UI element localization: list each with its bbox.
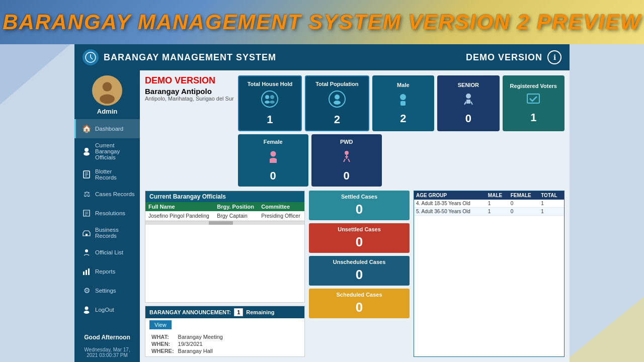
sidebar-item-blotter-records[interactable]: Blotter Records — [74, 164, 140, 185]
table-header-row: Full Name Brgy. Position Committee — [145, 202, 304, 211]
sidebar-item-official-list[interactable]: Official List — [74, 243, 140, 262]
col-committee: Committee — [258, 202, 304, 211]
right-col: AGE GROUP MALE FEMALE TOTAL 4. Adult 18-… — [414, 191, 565, 357]
sidebar-item-label: Settings — [95, 288, 116, 294]
stat-pwd: PWD 0 — [311, 134, 382, 186]
left-col: Current Barangay Officials Full Name Brg… — [145, 191, 305, 357]
stat-senior-value: 0 — [465, 112, 471, 125]
official-committee: Presiding Officer — [258, 211, 304, 221]
sidebar-nav: 🏠 Dashboard Current Barangay Officials — [74, 119, 140, 319]
officials-section: Current Barangay Officials Full Name Brg… — [145, 191, 305, 303]
senior-icon — [461, 92, 476, 110]
col-age-group: AGE GROUP — [414, 191, 486, 200]
svg-point-16 — [84, 311, 90, 314]
app-window: BARANGAY MANAGEMENT SYSTEM DEMO VERSION … — [74, 44, 570, 362]
age-group-header-row: AGE GROUP MALE FEMALE TOTAL — [414, 191, 564, 200]
what-value: Barangay Meeting — [176, 333, 225, 340]
svg-rect-26 — [400, 101, 406, 106]
age-group-name: 5. Adult 36-50 Years Old — [414, 207, 486, 215]
sidebar-item-resolutions[interactable]: Resolutions — [74, 204, 140, 223]
unscheduled-value: 0 — [356, 267, 363, 283]
stat-household-label: Total House Hold — [248, 80, 293, 87]
officials-table: Full Name Brgy. Position Committee Josef… — [145, 202, 304, 221]
settled-label: Settled Cases — [341, 194, 377, 200]
officials-scrollbar[interactable] — [145, 221, 304, 225]
sidebar-item-settings[interactable]: ⚙ Settings — [74, 281, 140, 300]
stat-male: Male 2 — [372, 75, 434, 131]
announcement-when-row: WHEN: 19/3/2021 — [149, 340, 225, 347]
age-group-total: 1 — [539, 200, 564, 208]
stats-section: Total House Hold 1 — [238, 75, 565, 187]
svg-point-15 — [85, 307, 89, 310]
svg-rect-29 — [527, 94, 539, 103]
sidebar-item-dashboard[interactable]: 🏠 Dashboard — [74, 119, 140, 138]
official-name: Josefino Pingol Pandeling — [145, 211, 214, 221]
barangay-address: Antipolo, Marihatag, Surigao del Sur — [145, 96, 234, 102]
scheduled-value: 0 — [356, 300, 363, 315]
age-group-name: 4. Adult 18-35 Years Old — [414, 200, 486, 208]
sidebar-item-reports[interactable]: Reports — [74, 262, 140, 281]
sidebar-item-business-records[interactable]: Business Records — [74, 223, 140, 243]
age-group-row: 5. Adult 36-50 Years Old 1 0 1 — [414, 207, 564, 215]
stat-male-label: Male — [397, 81, 409, 88]
what-label: WHAT: — [149, 333, 176, 340]
reports-icon — [81, 266, 92, 277]
stat-female: Female 0 — [238, 134, 308, 186]
sidebar-item-cases-records[interactable]: ⚖ Cases Records — [74, 185, 140, 204]
app-body: Admin 🏠 Dashboard Current Barangay Offic… — [74, 70, 570, 362]
sidebar-item-label: Resolutions — [95, 210, 125, 216]
sidebar-item-label: LogOut — [95, 307, 114, 313]
banner: BARANGAY MANAGEMENT SYSTEM VERSION 2 PRE… — [0, 0, 644, 44]
sidebar-item-label: Official List — [95, 249, 123, 255]
app-demo-label: DEMO VERSION — [466, 52, 542, 63]
info-button[interactable]: ℹ — [547, 50, 561, 64]
pwd-icon — [339, 149, 354, 167]
sidebar-item-logout[interactable]: LogOut — [74, 300, 140, 319]
app-title: BARANGAY MANAGEMENT SYSTEM — [104, 52, 461, 63]
svg-point-3 — [100, 94, 115, 104]
banner-title: BARANGAY MANAGEMENT SYSTEM VERSION 2 PRE… — [3, 10, 641, 34]
announcement-remaining: Remaining — [246, 309, 274, 315]
svg-point-25 — [400, 94, 406, 100]
col-fullname: Full Name — [145, 202, 214, 211]
stat-household-value: 1 — [267, 113, 273, 126]
view-announcement-button[interactable]: View — [149, 320, 172, 329]
official-icon — [81, 247, 92, 258]
svg-point-31 — [345, 151, 349, 155]
svg-point-2 — [103, 82, 112, 92]
stat-voters: Registered Voters 1 — [503, 75, 565, 131]
stat-male-value: 2 — [400, 112, 406, 125]
settled-value: 0 — [356, 202, 363, 217]
col-age-male: MALE — [486, 191, 509, 200]
case-unsettled-card: Unsettled Cases 0 — [309, 223, 410, 253]
table-row: Josefino Pingol Pandeling Brgy Captain P… — [145, 211, 304, 221]
middle-col: Settled Cases 0 Unsettled Cases 0 Unsche… — [309, 191, 410, 357]
population-icon — [329, 90, 346, 111]
case-settled-card: Settled Cases 0 — [309, 191, 410, 220]
barangay-name: Barangay Antipolo — [145, 87, 234, 96]
sidebar-item-resident-records[interactable]: Current Barangay Officials — [74, 138, 140, 164]
top-section: DEMO VERSION Barangay Antipolo Antipolo,… — [145, 75, 565, 187]
sidebar-item-label: Dashboard — [95, 126, 123, 132]
col-age-total: TOTAL — [539, 191, 564, 200]
col-age-female: FEMALE — [509, 191, 539, 200]
sidebar-item-label: Reports — [95, 268, 115, 275]
stat-pwd-label: PWD — [340, 138, 353, 145]
age-group-male: 1 — [486, 200, 509, 208]
sidebar-item-label: Business Records — [95, 227, 135, 239]
announcement-what-row: WHAT: Barangay Meeting — [149, 333, 225, 340]
unscheduled-label: Unscheduled Cases — [333, 259, 386, 265]
official-position: Brgy Captain — [214, 211, 258, 221]
app-header: BARANGAY MANAGEMENT SYSTEM DEMO VERSION … — [74, 44, 570, 70]
announcement-label: BARANGAY ANNOUNCEMENT: — [149, 309, 231, 315]
voters-icon — [526, 93, 541, 109]
stat-female-value: 0 — [270, 169, 276, 183]
where-value: Barangay Hall — [176, 347, 225, 354]
svg-rect-28 — [466, 100, 470, 104]
case-unscheduled-card: Unscheduled Cases 0 — [309, 256, 410, 286]
settings-icon: ⚙ — [81, 285, 92, 296]
resident-icon — [81, 146, 92, 157]
announcement-where-row: WHERE: Barangay Hall — [149, 347, 225, 354]
demo-version-label: DEMO VERSION — [145, 75, 234, 86]
age-group-row: 4. Adult 18-35 Years Old 1 0 1 — [414, 200, 564, 208]
